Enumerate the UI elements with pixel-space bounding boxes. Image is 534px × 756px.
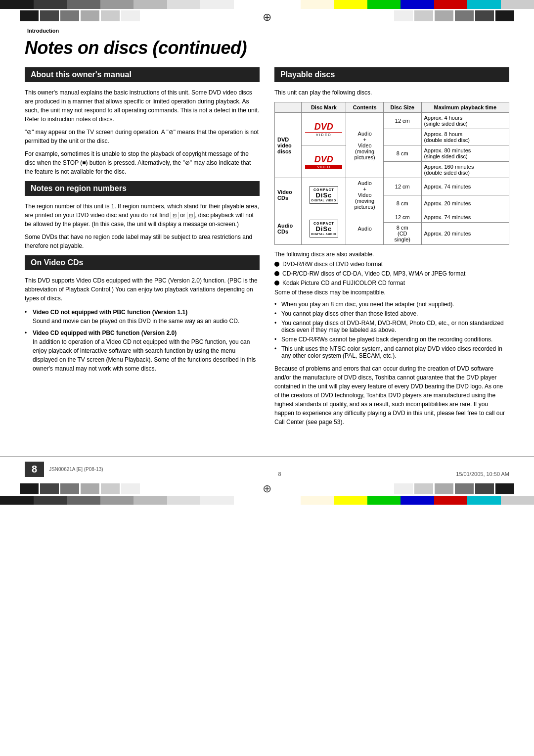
following-discs-intro: The following discs are also available. bbox=[274, 251, 509, 258]
bottom-bullet-2: You cannot play discs other than those l… bbox=[274, 310, 509, 317]
dvd-contents: Audio+Video(movingpictures) bbox=[346, 113, 384, 178]
disc-bullet-dot-3 bbox=[274, 281, 279, 285]
dvd-logo-1: DVD VIDEO bbox=[304, 121, 343, 138]
disclaimer-text: Some of these discs may be incompatible. bbox=[274, 289, 509, 296]
following-disc-2-text: CD-R/CD-RW discs of CD-DA, Video CD, MP3… bbox=[282, 270, 465, 277]
acd-size-2: 8 cm(CDsingle) bbox=[384, 223, 422, 245]
region-numbers-header: Notes on region numbers bbox=[25, 181, 260, 196]
pattern-left bbox=[20, 10, 140, 21]
video-cds-body: This DVD supports Video CDs equipped wit… bbox=[25, 276, 260, 303]
page-number: 8 bbox=[25, 462, 44, 477]
about-manual-body: This owner's manual explains the basic i… bbox=[25, 88, 260, 176]
dvd-row-3: DVD VIDEO 8 cm Approx. 80 minutes(single… bbox=[275, 145, 509, 162]
region-para2: Some DVDs that have no region code label… bbox=[25, 233, 260, 250]
th-contents: Contents bbox=[346, 102, 384, 113]
dvd-size-3: 8 cm bbox=[384, 145, 422, 162]
about-manual-para2: "⊘" may appear on the TV screen during o… bbox=[25, 128, 260, 145]
bottom-bullet-5: This unit uses the NTSC color system, an… bbox=[274, 345, 509, 359]
page-footer: 8 JSN00621A [E] (P08-13) 8 15/01/2005, 1… bbox=[0, 456, 534, 477]
following-disc-3: Kodak Picture CD and FUJICOLOR CD format bbox=[274, 280, 509, 286]
about-manual-header: About this owner's manual bbox=[25, 67, 260, 82]
two-col-layout: About this owner's manual This owner's m… bbox=[25, 67, 509, 426]
acd-time-2: Approx. 20 minutes bbox=[421, 223, 509, 245]
acd-logo: COMPACT DiSc DIGITAL AUDIO bbox=[310, 220, 339, 237]
vcd-contents: Audio+Video(movingpictures) bbox=[346, 178, 384, 212]
dvd-time-4: Approx. 160 minutes(double sided disc) bbox=[421, 162, 509, 178]
right-column: Playable discs This unit can play the fo… bbox=[274, 67, 509, 426]
acd-digital-text: DIGITAL AUDIO bbox=[312, 233, 337, 236]
dvd-time-2: Approx. 8 hours(double sided disc) bbox=[421, 129, 509, 145]
dvd-label: DVDvideodiscs bbox=[275, 113, 302, 178]
bullet-pbc-1-title: Video CD not equipped with PBC function … bbox=[33, 309, 187, 316]
dvd-text-2: DVD bbox=[305, 154, 342, 165]
acd-disc-text: DiSc bbox=[312, 225, 337, 233]
playable-discs-header: Playable discs bbox=[274, 67, 509, 82]
page-content: Introduction Notes on discs (continued) … bbox=[0, 23, 534, 446]
th-max-time: Maximum playback time bbox=[421, 102, 509, 113]
vcd-time-1: Approx. 74 minutes bbox=[421, 178, 509, 195]
following-disc-2: CD-R/CD-RW discs of CD-DA, Video CD, MP3… bbox=[274, 270, 509, 277]
footer-code: JSN00621A [E] (P08-13) bbox=[49, 467, 103, 472]
crosshair-bottom-icon: ⊕ bbox=[263, 482, 271, 495]
bottom-pattern-bar: ⊕ bbox=[0, 482, 534, 496]
following-disc-1: DVD-R/RW discs of DVD video format bbox=[274, 261, 509, 268]
playable-discs-intro: This unit can play the following discs. bbox=[274, 88, 509, 97]
vcd-disc-text: DiSc bbox=[312, 191, 336, 199]
dvd-logo-1-cell: DVD VIDEO bbox=[302, 113, 346, 145]
acd-label: AudioCDs bbox=[275, 212, 302, 245]
dvd-time-1: Approx. 4 hours(single sided disc) bbox=[421, 113, 509, 129]
th-empty bbox=[275, 102, 302, 113]
bullet-pbc-2-title: Video CD equipped with PBC function (Ver… bbox=[33, 330, 177, 336]
page-title: Notes on discs (continued) bbox=[25, 38, 509, 58]
disc-bullet-dot-2 bbox=[274, 271, 279, 276]
disc-bullet-dot-1 bbox=[274, 262, 279, 267]
acd-time-1: Approx. 74 minutes bbox=[421, 212, 509, 223]
bullet-pbc-2-text: In addition to operation of a Video CD n… bbox=[33, 338, 256, 372]
vcd-time-2: Approx. 20 minutes bbox=[421, 195, 509, 212]
dvd-size-1: 12 cm bbox=[384, 113, 422, 129]
th-disc-size: Disc Size bbox=[384, 102, 422, 113]
vcd-size-1: 12 cm bbox=[384, 178, 422, 195]
disc-table: Disc Mark Contents Disc Size Maximum pla… bbox=[274, 102, 509, 245]
dvd-size-2 bbox=[384, 129, 422, 145]
th-disc-mark: Disc Mark bbox=[302, 102, 346, 113]
dvd-size-4 bbox=[384, 162, 422, 178]
dvd-video-text-2: VIDEO bbox=[305, 165, 342, 169]
footer-left: 8 JSN00621A [E] (P08-13) bbox=[25, 462, 103, 477]
bottom-bullet-4: Some CD-R/RWs cannot be played back depe… bbox=[274, 336, 509, 343]
dvd-logo-2: DVD VIDEO bbox=[304, 153, 343, 170]
closing-paragraph: Because of problems and errors that can … bbox=[274, 364, 509, 426]
bottom-bullets-list: When you play an 8 cm disc, you need the… bbox=[274, 301, 509, 359]
following-disc-3-text: Kodak Picture CD and FUJICOLOR CD format bbox=[282, 280, 405, 286]
vcd-row: VideoCDs COMPACT DiSc DIGITAL VIDEO Audi… bbox=[275, 178, 509, 195]
vcd-size-2: 8 cm bbox=[384, 195, 422, 212]
bottom-bullet-3: You cannot play discs of DVD-RAM, DVD-RO… bbox=[274, 320, 509, 333]
video-cds-bullets: Video CD not equipped with PBC function … bbox=[25, 308, 260, 373]
bottom-bullet-1: When you play an 8 cm disc, you need the… bbox=[274, 301, 509, 308]
acd-size-1: 12 cm bbox=[384, 212, 422, 223]
crosshair-top-icon: ⊕ bbox=[263, 11, 271, 24]
top-color-bar bbox=[0, 0, 534, 9]
pattern-right bbox=[394, 10, 514, 21]
about-manual-para3: For example, sometimes it is unable to s… bbox=[25, 149, 260, 176]
acd-contents: Audio bbox=[346, 212, 384, 245]
bottom-color-bar bbox=[0, 496, 534, 505]
dvd-video-text-1: VIDEO bbox=[305, 132, 342, 137]
following-discs-section: The following discs are also available. … bbox=[274, 251, 509, 296]
video-cds-header: On Video CDs bbox=[25, 255, 260, 270]
bullet-pbc-2: Video CD equipped with PBC function (Ver… bbox=[25, 329, 260, 373]
vcd-digital-text: DIGITAL VIDEO bbox=[312, 199, 336, 202]
bullet-pbc-1-text: Sound and movie can be played on this DV… bbox=[33, 318, 239, 325]
video-cds-intro: This DVD supports Video CDs equipped wit… bbox=[25, 276, 260, 303]
footer-center-page: 8 bbox=[278, 471, 281, 477]
about-manual-para1: This owner's manual explains the basic i… bbox=[25, 88, 260, 124]
bottom-pattern-right bbox=[394, 483, 514, 494]
dvd-text-1: DVD bbox=[305, 122, 342, 132]
region-para1: The region number of this unit is 1. If … bbox=[25, 202, 260, 229]
section-label: Introduction bbox=[25, 28, 509, 34]
following-disc-1-text: DVD-R/RW discs of DVD video format bbox=[282, 261, 383, 268]
acd-row: AudioCDs COMPACT DiSc DIGITAL AUDIO Audi… bbox=[275, 212, 509, 223]
acd-logo-cell: COMPACT DiSc DIGITAL AUDIO bbox=[302, 212, 346, 245]
vcd-compact-text: COMPACT bbox=[312, 188, 336, 191]
acd-compact-text: COMPACT bbox=[312, 222, 337, 225]
